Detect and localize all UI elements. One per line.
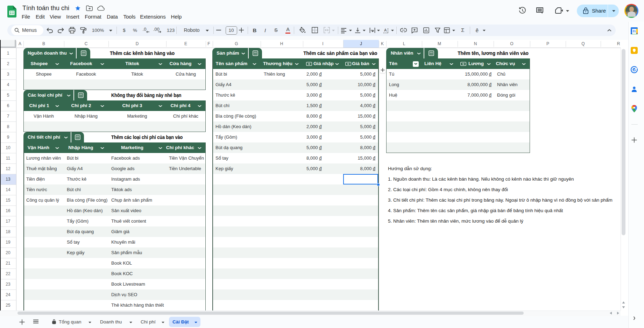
svg-text:31: 31 bbox=[632, 29, 636, 33]
svg-text:A: A bbox=[384, 28, 387, 32]
